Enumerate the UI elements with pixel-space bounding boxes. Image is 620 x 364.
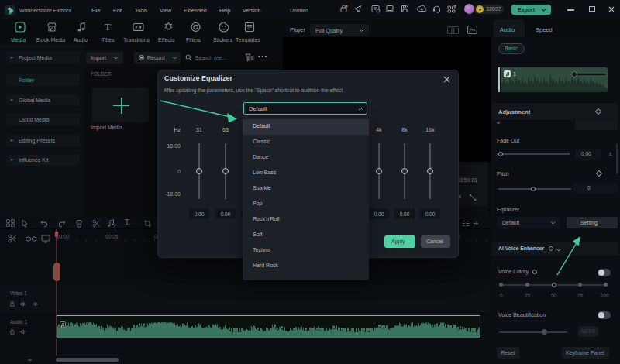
svg-text:00:05: 00:05 bbox=[105, 234, 119, 239]
svg-text:00:00: 00:00 bbox=[57, 234, 70, 239]
